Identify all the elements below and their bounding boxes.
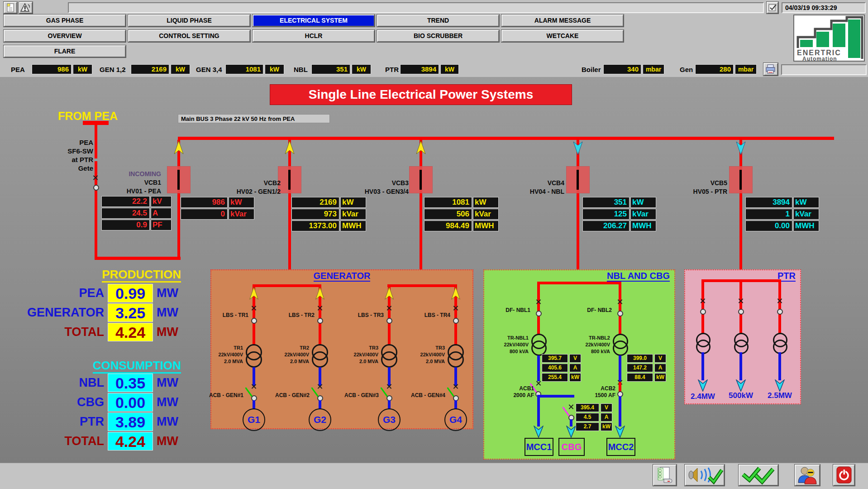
- menu-control-setting[interactable]: CONTROL SETTING: [128, 30, 250, 42]
- production-total-value: 4.24: [108, 323, 153, 341]
- production-total-unit: MW: [157, 323, 178, 341]
- vcb4-label: VCB4 HV04 - NBL: [488, 179, 564, 196]
- vcb5-flow-arrow-down-icon: [736, 141, 746, 155]
- lbs-tr3-contact[interactable]: [386, 318, 392, 324]
- df-nbl2-contact[interactable]: [617, 311, 623, 316]
- print-button[interactable]: [763, 63, 778, 76]
- status-label-boiler: Boiler: [582, 64, 601, 75]
- menu-alarm-message[interactable]: ALARM MESSAGE: [501, 14, 624, 27]
- production-row-value: 3.25: [108, 303, 153, 322]
- hmi-screen: 04/03/19 09:33:29 GAS PHASE LIQUID PHASE…: [0, 0, 868, 489]
- ptr1-arrow-icon: [698, 379, 708, 392]
- df-nbl1-contact[interactable]: [536, 311, 542, 316]
- acb-gen1-x-mark: [251, 384, 257, 389]
- vcb1-flow-arrow-up-icon: [174, 141, 184, 154]
- ptr3-contact[interactable]: [777, 309, 783, 315]
- ptr1-contact[interactable]: [700, 309, 706, 315]
- status-value-gen12: 2169: [131, 64, 169, 74]
- generator-g4[interactable]: G4: [444, 408, 467, 431]
- vcb3-flow-arrow-up-icon: [416, 141, 426, 154]
- pea-switch-label: PEA SF6-SW at PTR Gete: [52, 138, 93, 173]
- load-mcc1: MCC1: [525, 438, 553, 456]
- menu-wetcake[interactable]: WETCAKE: [501, 30, 624, 42]
- status-label-gen: Gen: [680, 64, 693, 75]
- acb2-label: ACB2 1500 AF: [578, 385, 615, 399]
- vcb2-breaker[interactable]: [278, 166, 301, 193]
- nbl1-hv-line: [537, 282, 540, 334]
- acb1-x-mark: [536, 380, 541, 386]
- alarm-banner: [68, 2, 764, 13]
- cbg-arrow-icon: [566, 426, 576, 438]
- status-value-pea: 986: [32, 64, 72, 74]
- main-bus-label: Main BUS 3 Phase 22 kV 50 Hz from PEA: [178, 114, 330, 123]
- lbs-tr2-contact[interactable]: [317, 318, 323, 324]
- production-title: PRODUCTION: [17, 268, 181, 282]
- acknowledge-all-button[interactable]: [739, 465, 778, 486]
- consumption-title: CONSUMPTION: [17, 359, 181, 373]
- lbs-tr1-contact[interactable]: [251, 318, 257, 324]
- vcb1-label: INCOMING VCB1 HV01 - PEA: [85, 170, 161, 196]
- datetime-display: 04/03/19 09:33:29: [782, 2, 866, 13]
- tr-nbl1-label: TR-NBL1 22kV/400V 800 kVA: [479, 335, 529, 355]
- users-login-button[interactable]: [795, 465, 820, 486]
- vcb4-breaker[interactable]: [566, 166, 590, 193]
- alarm-sound-ack-button[interactable]: [685, 465, 725, 486]
- menu-hclr[interactable]: HCLR: [253, 30, 375, 42]
- production-row-label: GENERATOR: [17, 303, 104, 322]
- menu-trend[interactable]: TREND: [377, 14, 499, 27]
- alarm-icon[interactable]: [19, 2, 33, 14]
- power-exit-button[interactable]: [833, 465, 855, 486]
- ptr2-load-label: 500kW: [720, 391, 761, 400]
- ptr2-lv-line: [739, 352, 742, 380]
- vcb4-code: HV04 - NBL: [488, 187, 564, 196]
- production-row-value: 0.99: [108, 284, 153, 302]
- vcb4-meter: 351kW 125kVar 206.27MWH: [582, 197, 656, 232]
- load-cbg: CBG: [558, 438, 585, 456]
- gen3-stub-line: [388, 400, 391, 409]
- generator-g1[interactable]: G1: [243, 408, 265, 431]
- lbs-tr4-contact[interactable]: [453, 318, 459, 324]
- ptr2-contact[interactable]: [738, 309, 744, 315]
- ack-check-icon[interactable]: [767, 2, 778, 14]
- vcb1-code: HV01 - PEA: [85, 187, 161, 196]
- generator-g2[interactable]: G2: [309, 408, 331, 431]
- menu-liquid-phase[interactable]: LIQUID PHASE: [128, 14, 250, 27]
- enertric-logo: ENERTRIC Automation: [793, 14, 865, 62]
- menu-overview[interactable]: OVERVIEW: [4, 30, 126, 42]
- consumption-row-label: NBL: [17, 374, 104, 392]
- vcb3-breaker[interactable]: [409, 166, 433, 193]
- page-title: Single Line Electrical Power Systems: [270, 84, 572, 105]
- menu-gas-phase[interactable]: GAS PHASE: [4, 14, 126, 27]
- acb1-label: ACB1 2000 AF: [497, 385, 534, 399]
- load-mcc2: MCC2: [606, 438, 635, 456]
- vcb3-name: VCB3: [333, 179, 409, 187]
- ptr3-load-label: 2.5MW: [759, 391, 800, 400]
- menu-bio-scrubber[interactable]: BIO SCRUBBER: [377, 30, 499, 42]
- report-print-button[interactable]: [653, 465, 677, 486]
- status-value-ptr: 3894: [400, 64, 439, 74]
- status-value-gen: 280: [695, 64, 734, 74]
- message-field: [781, 64, 867, 75]
- ptr-branch-line: [701, 279, 704, 334]
- generator-g3[interactable]: G3: [378, 408, 401, 431]
- tr3-label: TR3 22kV/400V 2.0 MVA: [331, 345, 378, 365]
- vcb1-meter-power: 986kW 0kVar: [181, 197, 254, 221]
- menu-electrical-system[interactable]: ELECTRICAL SYSTEM: [253, 14, 375, 27]
- gen-tee-right: [387, 284, 457, 287]
- consumption-row-label: CBG: [17, 393, 104, 412]
- tr-nbl2-label: TR-NBL2 22kV/400V 800 kVA: [560, 335, 610, 355]
- vcb5-breaker[interactable]: [729, 166, 753, 193]
- consumption-row-label: PTR: [17, 412, 104, 431]
- gen1-stub-line: [253, 400, 255, 409]
- pea-feed-bar: [83, 121, 109, 125]
- report-icon[interactable]: [4, 2, 17, 14]
- vcb5-feeder-line: [739, 140, 742, 281]
- vcb1-breaker[interactable]: [167, 166, 191, 193]
- pea-feed-line-1: [95, 125, 97, 158]
- vcb3-code: HV03 - GEN3/4: [333, 187, 409, 196]
- status-label-nbl: NBL: [294, 64, 308, 75]
- vcb2-code: HV02 - GEN1/2: [205, 187, 281, 196]
- menu-flare[interactable]: FLARE: [4, 45, 126, 58]
- acb-gen3-label: ACB - GEN#3: [313, 392, 379, 399]
- status-value-boiler: 340: [603, 64, 641, 74]
